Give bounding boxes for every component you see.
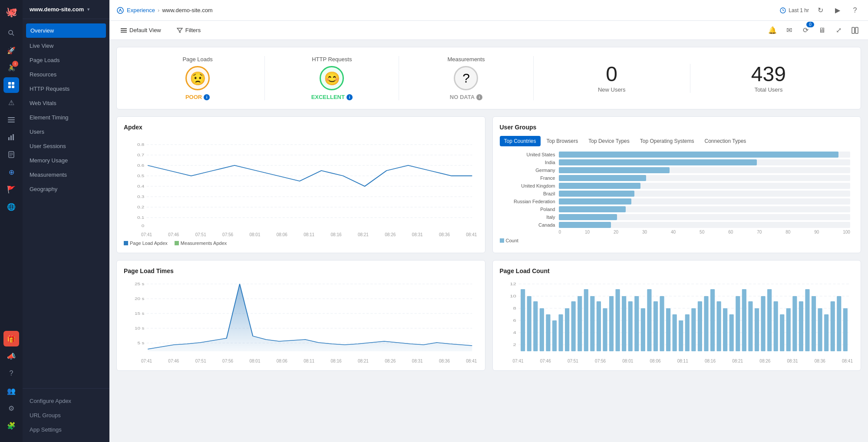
columns-icon[interactable] <box>849 24 861 36</box>
sidebar-item-web-vitals[interactable]: Web Vitals <box>23 96 109 110</box>
expand-icon[interactable]: ⤢ <box>832 24 845 36</box>
filters-button[interactable]: Filters <box>172 24 205 36</box>
bar-track-india <box>559 159 851 165</box>
bar-fill-italy <box>559 214 617 220</box>
svg-text:8: 8 <box>513 306 516 310</box>
total-users-value: 439 <box>751 64 786 85</box>
puzzle-icon[interactable]: 🧩 <box>3 418 19 433</box>
sidebar-item-memory-usage[interactable]: Memory Usage <box>23 153 109 168</box>
sidebar-site-name: www.demo-site.com <box>30 6 84 13</box>
tab-top-device-types[interactable]: Top Device Types <box>584 136 634 146</box>
experience-icon[interactable]: ⊕ <box>3 164 19 180</box>
svg-rect-66 <box>527 296 531 351</box>
country-label-france: France <box>503 175 555 181</box>
svg-rect-78 <box>603 308 607 351</box>
breadcrumb-experience[interactable]: Experience <box>127 7 155 13</box>
bar-track-germany <box>559 167 851 173</box>
gift-icon[interactable]: 🎁 <box>3 331 19 346</box>
sidebar-item-http-requests[interactable]: HTTP Requests <box>23 82 109 96</box>
svg-text:0.6: 0.6 <box>137 163 145 167</box>
doc-icon[interactable] <box>3 147 19 162</box>
sidebar-header[interactable]: www.demo-site.com ▾ <box>23 0 109 19</box>
svg-rect-75 <box>584 289 588 351</box>
sidebar-item-configure-apdex[interactable]: Configure Apdex <box>23 394 109 408</box>
bar-row-russia: Russian Federation <box>503 198 851 205</box>
sidebar-item-url-groups[interactable]: URL Groups <box>23 408 109 422</box>
svg-rect-104 <box>767 289 771 351</box>
svg-rect-95 <box>710 289 714 351</box>
sidebar: www.demo-site.com ▾ Overview Live View P… <box>23 0 109 442</box>
page-load-count-card: Page Load Count 12 10 8 6 <box>492 260 861 371</box>
main-area: Experience › www.demo-site.com Last 1 hr… <box>109 0 868 442</box>
page-load-count-svg: 12 10 8 6 4 2 <box>500 280 854 358</box>
play-icon[interactable]: ▶ <box>832 4 844 16</box>
bar-track-canada <box>559 222 851 228</box>
apdex-legend-measurements: Measurements Apdex <box>175 241 227 246</box>
bar-fill-france <box>559 175 646 181</box>
bar-row-poland: Poland <box>503 206 851 212</box>
svg-rect-83 <box>634 296 639 351</box>
sidebar-item-user-sessions[interactable]: User Sessions <box>23 139 109 153</box>
sidebar-item-overview[interactable]: Overview <box>26 23 106 38</box>
mail-icon[interactable]: ✉ <box>783 24 795 36</box>
bike-icon[interactable]: 🚴 ! <box>3 60 19 76</box>
breadcrumb-site: www.demo-site.com <box>162 7 212 13</box>
sidebar-item-resources[interactable]: Resources <box>23 67 109 82</box>
globe-icon[interactable]: 🌐 <box>3 199 19 214</box>
svg-text:25 s: 25 s <box>135 281 144 286</box>
search-icon[interactable] <box>3 25 19 41</box>
sidebar-item-users[interactable]: Users <box>23 125 109 139</box>
sidebar-item-page-loads[interactable]: Page Loads <box>23 53 109 67</box>
svg-rect-113 <box>824 314 828 351</box>
sidebar-item-app-settings[interactable]: App Settings <box>23 422 109 437</box>
sidebar-item-element-timing[interactable]: Element Timing <box>23 110 109 125</box>
sidebar-item-geography[interactable]: Geography <box>23 182 109 196</box>
rocket-icon[interactable]: 🚀 <box>3 43 19 58</box>
bar-track-us <box>559 152 851 158</box>
svg-rect-109 <box>799 301 803 351</box>
share-icon[interactable]: ⟳ 0 <box>799 24 812 36</box>
countries-legend-count: Count <box>500 238 518 243</box>
flag-icon[interactable]: 🚩 <box>3 181 19 197</box>
settings-icon[interactable]: ⚙ <box>3 400 19 416</box>
help-icon[interactable]: ? <box>3 366 19 381</box>
sidebar-item-measurements[interactable]: Measurements <box>23 168 109 182</box>
svg-rect-3 <box>12 82 14 85</box>
svg-rect-103 <box>761 296 765 351</box>
bar-track-brazil <box>559 191 851 197</box>
users-icon[interactable]: 👥 <box>3 383 19 399</box>
svg-rect-89 <box>672 314 677 351</box>
http-info-icon[interactable]: i <box>347 94 353 100</box>
monitor-icon[interactable]: 🖥 <box>816 24 828 36</box>
help-circle-icon[interactable]: ? <box>849 4 861 16</box>
status-measurements: Measurements ? NO DATA i <box>399 56 533 100</box>
measurements-info-icon[interactable]: i <box>476 94 482 100</box>
tab-top-operating-systems[interactable]: Top Operating Systems <box>636 136 699 146</box>
svg-rect-99 <box>736 296 740 351</box>
bar-row-us: United States <box>503 152 851 158</box>
svg-rect-106 <box>780 314 784 351</box>
toolbar-right: 🔔 ✉ ⟳ 0 🖥 ⤢ <box>766 24 861 36</box>
svg-rect-101 <box>748 301 752 351</box>
chart-bar-icon[interactable] <box>3 129 19 145</box>
list-icon[interactable] <box>3 112 19 128</box>
dashboard-icon[interactable] <box>3 77 19 93</box>
tab-top-countries[interactable]: Top Countries <box>500 136 541 146</box>
refresh-icon[interactable]: ↻ <box>814 4 826 16</box>
alert-circle-icon[interactable]: ⚠ <box>3 95 19 110</box>
svg-rect-67 <box>533 301 538 351</box>
tab-connection-types[interactable]: Connection Types <box>700 136 750 146</box>
sidebar-item-live-view[interactable]: Live View <box>23 39 109 53</box>
default-view-button[interactable]: Default View <box>116 24 165 36</box>
status-page-loads: Page Loads 😟 POOR i <box>131 56 265 100</box>
megaphone-icon[interactable]: 📣 <box>3 348 19 364</box>
bell-icon[interactable]: 🔔 <box>766 24 779 36</box>
country-label-russia: Russian Federation <box>503 199 555 204</box>
page-loads-info-icon[interactable]: i <box>204 94 210 100</box>
bar-row-brazil: Brazil <box>503 191 851 197</box>
app-logo[interactable]: 🐙 <box>3 4 19 20</box>
status-http-label: HTTP Requests <box>312 56 352 63</box>
svg-rect-100 <box>742 289 746 351</box>
status-measurements-label: Measurements <box>447 56 485 63</box>
tab-top-browsers[interactable]: Top Browsers <box>542 136 583 146</box>
